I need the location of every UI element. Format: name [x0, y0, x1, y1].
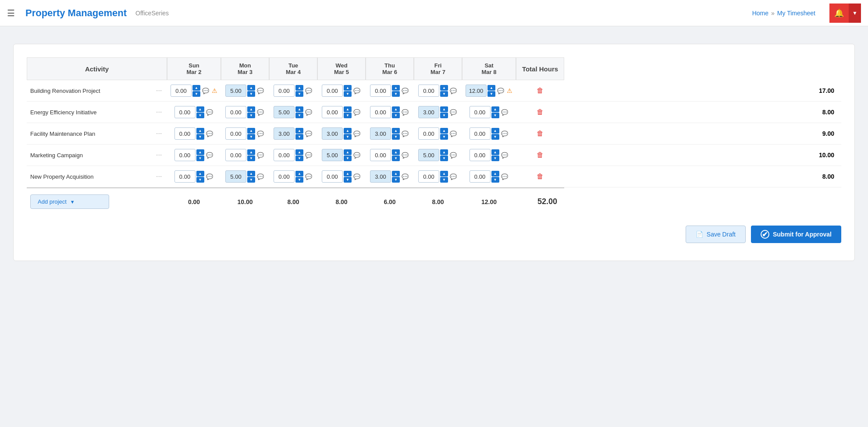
row-4-day-sun-spin-up[interactable]: ▲ [196, 171, 204, 176]
row-1-day-tue-spin-up[interactable]: ▲ [295, 106, 303, 112]
row-3-day-sat-spin-down[interactable]: ▼ [491, 155, 499, 161]
row-4-day-fri-comment[interactable]: 💬 [449, 173, 458, 180]
row-0-day-fri-comment[interactable]: 💬 [449, 88, 458, 94]
nav-home-link[interactable]: Home [752, 10, 768, 17]
row-3-day-thu-input[interactable] [370, 149, 391, 161]
row-4-delete-button[interactable]: 🗑 [535, 173, 545, 180]
hamburger-icon[interactable]: ☰ [7, 8, 15, 18]
row-1-day-mon-spin-up[interactable]: ▲ [247, 106, 255, 112]
row-1-day-sun-spin-down[interactable]: ▼ [196, 113, 204, 118]
row-0-day-wed-spin-up[interactable]: ▲ [344, 85, 352, 91]
row-3-day-sun-spin-down[interactable]: ▼ [196, 155, 204, 161]
row-3-day-mon-input[interactable] [225, 149, 246, 161]
row-3-day-sat-spin-up[interactable]: ▲ [491, 149, 499, 155]
row-4-day-fri-spin-down[interactable]: ▼ [440, 177, 448, 183]
row-3-day-tue-spin-down[interactable]: ▼ [295, 155, 303, 161]
row-0-day-sat-spin-down[interactable]: ▼ [487, 91, 495, 97]
row-0-day-mon-input[interactable] [225, 85, 246, 97]
submit-approval-button[interactable]: ✔ Submit for Approval [751, 226, 841, 243]
row-4-day-thu-spin-down[interactable]: ▼ [392, 177, 400, 183]
row-0-day-thu-comment[interactable]: 💬 [401, 88, 409, 94]
row-4-day-thu-comment[interactable]: 💬 [401, 173, 409, 180]
row-4-day-wed-spin-up[interactable]: ▲ [344, 171, 352, 176]
row-1-day-fri-input[interactable] [418, 106, 439, 118]
row-4-day-wed-spin-down[interactable]: ▼ [344, 177, 352, 183]
row-4-day-tue-spin-down[interactable]: ▼ [295, 177, 303, 183]
row-1-day-sun-comment[interactable]: 💬 [205, 109, 214, 116]
row-2-day-fri-spin-down[interactable]: ▼ [440, 134, 448, 140]
row-3-day-wed-spin-down[interactable]: ▼ [344, 155, 352, 161]
row-1-day-wed-spin-up[interactable]: ▲ [344, 106, 352, 112]
row-2-day-thu-comment[interactable]: 💬 [401, 131, 409, 137]
row-1-day-mon-comment[interactable]: 💬 [256, 109, 265, 116]
row-3-day-sun-comment[interactable]: 💬 [205, 152, 214, 159]
row-4-day-tue-spin-up[interactable]: ▲ [295, 171, 303, 176]
row-2-day-tue-input[interactable] [274, 127, 295, 140]
row-4-day-fri-spin-up[interactable]: ▲ [440, 171, 448, 176]
row-1-day-tue-spin-down[interactable]: ▼ [295, 113, 303, 118]
row-0-day-fri-spin-down[interactable]: ▼ [440, 91, 448, 97]
row-1-day-sat-input[interactable] [470, 106, 491, 118]
row-3-day-tue-spin-up[interactable]: ▲ [295, 149, 303, 155]
row-1-menu-dots[interactable]: ··· [151, 102, 167, 123]
row-2-day-mon-input[interactable] [225, 127, 246, 140]
nav-current-link[interactable]: My Timesheet [777, 10, 815, 17]
notification-button[interactable]: 🔔 [829, 4, 849, 23]
row-0-day-fri-spin-up[interactable]: ▲ [440, 85, 448, 91]
row-1-day-fri-spin-up[interactable]: ▲ [440, 106, 448, 112]
row-0-day-sat-input[interactable] [466, 85, 487, 97]
save-draft-button[interactable]: 📄 Save Draft [686, 226, 746, 243]
row-2-delete-button[interactable]: 🗑 [535, 130, 545, 138]
row-0-day-wed-spin-down[interactable]: ▼ [344, 91, 352, 97]
row-3-day-mon-spin-down[interactable]: ▼ [247, 155, 255, 161]
row-4-day-mon-spin-down[interactable]: ▼ [247, 177, 255, 183]
row-1-day-tue-input[interactable] [274, 106, 295, 118]
row-2-day-mon-spin-down[interactable]: ▼ [247, 134, 255, 140]
row-1-day-mon-input[interactable] [225, 106, 246, 118]
row-2-day-fri-input[interactable] [418, 127, 439, 140]
row-0-day-sun-comment[interactable]: 💬 [201, 88, 210, 94]
row-1-day-tue-comment[interactable]: 💬 [304, 109, 313, 116]
row-0-day-tue-spin-up[interactable]: ▲ [295, 85, 303, 91]
row-3-day-wed-input[interactable] [322, 149, 343, 161]
row-3-day-thu-spin-down[interactable]: ▼ [392, 155, 400, 161]
row-1-day-sat-spin-up[interactable]: ▲ [491, 106, 499, 112]
row-1-day-wed-input[interactable] [322, 106, 343, 118]
row-2-day-wed-spin-down[interactable]: ▼ [344, 134, 352, 140]
row-3-day-sun-input[interactable] [174, 149, 196, 161]
row-0-day-thu-spin-up[interactable]: ▲ [392, 85, 400, 91]
row-0-delete-button[interactable]: 🗑 [535, 87, 545, 95]
row-3-day-fri-comment[interactable]: 💬 [449, 152, 458, 159]
row-4-day-sun-comment[interactable]: 💬 [205, 173, 214, 180]
row-0-day-mon-spin-down[interactable]: ▼ [247, 91, 255, 97]
row-3-day-thu-comment[interactable]: 💬 [401, 152, 409, 159]
row-0-day-thu-spin-down[interactable]: ▼ [392, 91, 400, 97]
add-project-button[interactable]: Add project ▼ [30, 194, 109, 209]
row-1-day-sat-spin-down[interactable]: ▼ [491, 113, 499, 118]
row-0-day-sun-spin-down[interactable]: ▼ [192, 91, 200, 97]
row-2-day-fri-comment[interactable]: 💬 [449, 131, 458, 137]
row-2-day-thu-input[interactable] [370, 127, 391, 140]
row-2-day-sat-input[interactable] [470, 127, 491, 140]
row-0-day-tue-spin-down[interactable]: ▼ [295, 91, 303, 97]
row-0-day-thu-input[interactable] [370, 85, 391, 97]
row-2-day-wed-comment[interactable]: 💬 [352, 131, 361, 137]
row-4-day-thu-spin-up[interactable]: ▲ [392, 171, 400, 176]
row-0-day-sun-spin-up[interactable]: ▲ [192, 85, 200, 91]
row-1-day-sat-comment[interactable]: 💬 [500, 109, 509, 116]
row-2-day-mon-comment[interactable]: 💬 [256, 131, 265, 137]
row-2-day-sat-spin-up[interactable]: ▲ [491, 128, 499, 134]
row-3-delete-button[interactable]: 🗑 [535, 151, 545, 159]
row-1-day-sun-input[interactable] [174, 106, 196, 118]
row-0-day-sat-spin-up[interactable]: ▲ [487, 85, 495, 91]
row-4-day-sat-spin-up[interactable]: ▲ [491, 171, 499, 176]
row-2-day-sat-comment[interactable]: 💬 [500, 131, 509, 137]
row-4-day-mon-comment[interactable]: 💬 [256, 173, 265, 180]
row-2-day-sun-comment[interactable]: 💬 [205, 131, 214, 137]
row-0-day-mon-spin-up[interactable]: ▲ [247, 85, 255, 91]
row-2-day-tue-comment[interactable]: 💬 [304, 131, 313, 137]
row-1-day-wed-comment[interactable]: 💬 [352, 109, 361, 116]
row-3-day-wed-spin-up[interactable]: ▲ [344, 149, 352, 155]
row-4-day-sat-spin-down[interactable]: ▼ [491, 177, 499, 183]
row-3-menu-dots[interactable]: ··· [151, 145, 167, 166]
